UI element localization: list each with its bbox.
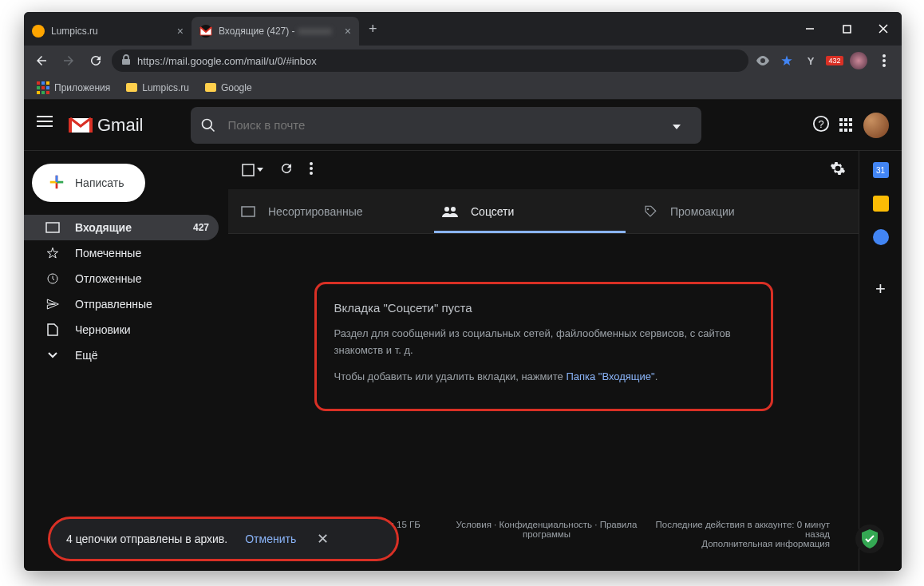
sidebar: Написать Входящие 427 Помеченные Отложен…	[24, 151, 228, 571]
tab-title: Входящие (427) -	[219, 26, 295, 37]
tab-title: Lumpics.ru	[51, 26, 98, 37]
svg-point-35	[444, 207, 449, 212]
inbox-count: 427	[193, 222, 209, 233]
titlebar: Lumpics.ru × Входящие (427) - xxxxxxx × …	[24, 12, 902, 46]
main-area: Несортированные Соцсети Промоакции Вклад…	[228, 151, 902, 571]
svg-rect-8	[37, 81, 40, 85]
chevron-down-icon	[257, 168, 263, 172]
sidebar-item-label: Черновики	[75, 323, 131, 336]
svg-rect-15	[41, 91, 45, 94]
toast-message: 4 цепочки отправлены в архив.	[66, 533, 227, 545]
window-controls	[792, 12, 902, 46]
bookmark-label: Lumpics.ru	[142, 82, 189, 93]
compose-label: Написать	[75, 176, 124, 189]
sidebar-item-sent[interactable]: Отправленные	[24, 291, 219, 317]
sidebar-item-snoozed[interactable]: Отложенные	[24, 266, 219, 291]
close-icon[interactable]: ×	[345, 25, 351, 38]
svg-point-20	[203, 119, 212, 129]
svg-point-6	[883, 59, 886, 62]
close-icon[interactable]: ×	[177, 25, 184, 38]
tab-label: Несортированные	[268, 205, 363, 218]
svg-text:?: ?	[818, 117, 823, 129]
svg-rect-12	[41, 86, 45, 89]
gmail-logo[interactable]: Gmail	[69, 115, 143, 136]
sidebar-item-drafts[interactable]: Черновики	[24, 317, 219, 342]
svg-point-31	[310, 162, 313, 165]
bookmark-folder[interactable]: Google	[199, 79, 259, 97]
forward-button[interactable]	[57, 49, 80, 72]
keep-icon[interactable]	[873, 196, 889, 212]
select-all-checkbox[interactable]	[241, 163, 263, 177]
lock-icon	[121, 54, 131, 68]
right-panel: 31 +	[859, 151, 902, 571]
shield-badge[interactable]	[855, 525, 884, 553]
bookmark-folder[interactable]: Lumpics.ru	[120, 79, 195, 97]
svg-point-37	[647, 208, 649, 209]
settings-button[interactable]	[830, 160, 846, 180]
apps-grid-icon[interactable]	[839, 118, 854, 133]
browser-tab-inactive[interactable]: Lumpics.ru ×	[24, 17, 192, 46]
favicon-lumpics	[32, 25, 45, 38]
svg-line-21	[211, 127, 215, 131]
draft-icon	[45, 323, 61, 336]
eye-icon[interactable]	[753, 51, 772, 70]
add-addon-button[interactable]: +	[875, 279, 886, 299]
menu-icon[interactable]	[37, 116, 56, 135]
sidebar-item-starred[interactable]: Помеченные	[24, 240, 219, 266]
close-button[interactable]	[865, 12, 902, 46]
search-input[interactable]	[227, 118, 673, 132]
reload-button[interactable]	[85, 49, 107, 72]
activity-link[interactable]: Дополнительная информация	[641, 539, 830, 548]
compose-button[interactable]: Написать	[32, 164, 145, 202]
svg-rect-16	[46, 91, 49, 94]
sidebar-item-label: Ещё	[75, 349, 98, 362]
browser-tab-active[interactable]: Входящие (427) - xxxxxxx ×	[192, 17, 359, 46]
browser-menu-button[interactable]	[873, 49, 895, 72]
empty-desc: Раздел для сообщений из социальных сетей…	[334, 326, 753, 359]
back-button[interactable]	[30, 49, 53, 72]
extension-badge[interactable]: 432	[825, 51, 844, 70]
tab-primary[interactable]: Несортированные	[228, 189, 429, 233]
new-tab-button[interactable]: +	[359, 21, 387, 38]
sidebar-item-inbox[interactable]: Входящие 427	[24, 215, 219, 240]
calendar-icon[interactable]: 31	[873, 162, 889, 178]
help-icon[interactable]: ?	[812, 115, 830, 136]
bookmark-label: Приложения	[54, 82, 110, 93]
tasks-icon[interactable]	[873, 229, 889, 245]
extension-yandex[interactable]: Y	[801, 51, 820, 70]
star-icon[interactable]	[777, 51, 796, 70]
url-text: https://mail.google.com/mail/u/0/#inbox	[137, 55, 317, 67]
minimize-button[interactable]	[792, 12, 828, 46]
toolbar	[228, 151, 859, 189]
tab-social[interactable]: Соцсети	[429, 189, 630, 233]
tab-promotions[interactable]: Промоакции	[630, 189, 831, 233]
account-avatar[interactable]	[863, 113, 889, 138]
close-icon[interactable]: ✕	[317, 530, 329, 548]
refresh-button[interactable]	[279, 161, 294, 179]
svg-rect-11	[37, 86, 40, 89]
activity-info: Последние действия в аккаунте: 0 минут н…	[641, 520, 830, 539]
more-button[interactable]	[310, 162, 313, 178]
svg-rect-14	[37, 91, 40, 94]
svg-rect-13	[46, 86, 49, 89]
empty-hint: Чтобы добавить или удалить вкладки, нажм…	[334, 369, 753, 386]
tab-label: Соцсети	[471, 205, 514, 218]
chevron-down-icon[interactable]	[673, 118, 692, 133]
send-icon	[45, 298, 61, 311]
svg-rect-34	[242, 207, 255, 216]
sidebar-item-label: Отправленные	[75, 298, 152, 311]
maximize-button[interactable]	[828, 12, 865, 46]
tab-title-blur: xxxxxxx	[298, 26, 332, 37]
plus-icon	[48, 173, 65, 193]
sidebar-item-more[interactable]: Ещё	[24, 342, 219, 368]
bookmark-apps[interactable]: Приложения	[30, 78, 116, 97]
browser-window: Lumpics.ru × Входящие (427) - xxxxxxx × …	[24, 12, 902, 571]
undo-button[interactable]: Отменить	[245, 533, 296, 545]
footer-links[interactable]: Условия · Конфиденциальность · Правила п…	[452, 520, 642, 548]
inbox-settings-link[interactable]: Папка "Входящие"	[566, 370, 654, 382]
url-field[interactable]: https://mail.google.com/mail/u/0/#inbox	[112, 49, 748, 72]
folder-icon	[205, 83, 216, 92]
profile-avatar[interactable]	[849, 51, 868, 70]
search-box[interactable]	[191, 107, 701, 144]
search-icon	[200, 117, 216, 133]
